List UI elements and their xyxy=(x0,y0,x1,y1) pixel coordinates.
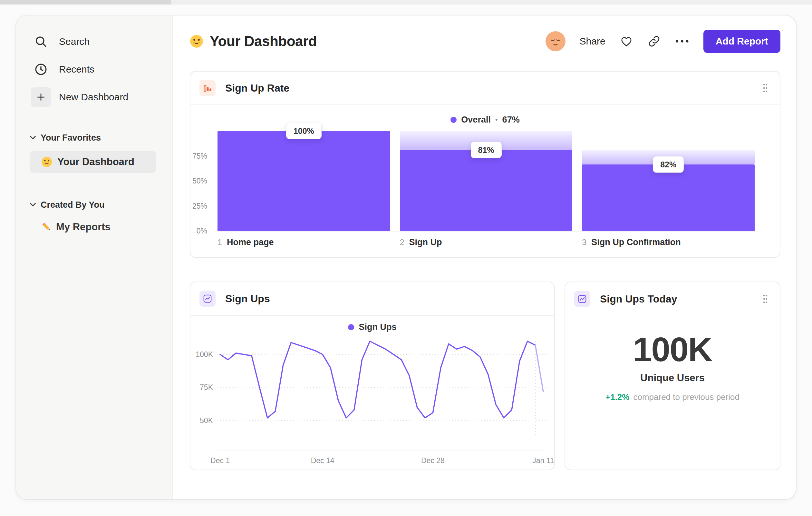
kpi-body: 100K Unique Users +1.2% compared to prev… xyxy=(565,316,780,402)
step-name: Sign Up xyxy=(409,237,442,247)
drag-handle-icon[interactable] xyxy=(760,292,770,306)
section-title: Your Favorites xyxy=(40,133,101,143)
cards-row: Sign Ups Sign Ups 100K75K50K Dec 1Dec 14… xyxy=(190,281,780,470)
sidebar-item-label: Recents xyxy=(59,64,94,75)
created-section-header[interactable]: Created By You xyxy=(16,196,172,214)
funnel-chart: 75% 50% 25% 0% 100% 81% xyxy=(191,127,780,231)
x-axis-tick-label: Dec 28 xyxy=(421,456,445,465)
sidebar-item-your-dashboard[interactable]: Your Dashboard xyxy=(30,151,156,173)
sidebar: Search Recents New Dashboard Your Favori xyxy=(16,16,173,499)
funnel-bar-sign-up[interactable]: 81% xyxy=(400,131,573,231)
favorite-heart-icon[interactable] xyxy=(620,35,633,48)
kpi-label: Unique Users xyxy=(640,372,705,384)
y-axis-tick-label: 50% xyxy=(192,177,207,185)
funnel-value-badge: 100% xyxy=(286,123,322,139)
step-number: 1 xyxy=(218,238,222,247)
y-axis-tick-label: 25% xyxy=(192,201,207,210)
sign-ups-line-chart xyxy=(218,336,546,451)
legend-separator: • xyxy=(495,115,498,124)
kpi-delta-note: compared to previous period xyxy=(633,392,740,402)
sign-up-rate-card: Sign Up Rate Overall • 67% 75% 50% 25% 0… xyxy=(190,71,780,258)
legend-label: Sign Ups xyxy=(359,322,396,332)
x-axis-tick-label: Dec 1 xyxy=(210,456,230,465)
clock-icon xyxy=(31,59,51,79)
card-header: Sign Ups xyxy=(191,282,554,316)
line-legend: Sign Ups xyxy=(191,320,554,334)
funnel-bar-fill xyxy=(582,164,755,231)
sidebar-item-label: Your Dashboard xyxy=(57,156,134,168)
sidebar-item-search[interactable]: Search xyxy=(16,28,172,55)
step-name: Sign Up Confirmation xyxy=(591,237,680,247)
search-icon xyxy=(31,32,51,52)
sidebar-item-recents[interactable]: Recents xyxy=(16,55,172,83)
sign-ups-card: Sign Ups Sign Ups 100K75K50K Dec 1Dec 14… xyxy=(190,281,555,470)
dashboard-header: Your Dashboard Share xyxy=(190,27,780,55)
y-axis-tick-label: 0% xyxy=(197,227,207,236)
kpi-value: 100K xyxy=(633,331,712,368)
funnel-bar-home-page[interactable]: 100% xyxy=(218,131,390,231)
sign-ups-today-card: Sign Ups Today 100K Unique Users +1.2% c… xyxy=(564,281,780,470)
smiley-emoji-icon xyxy=(190,34,203,48)
plus-icon xyxy=(31,87,51,107)
funnel-legend: Overall • 67% xyxy=(191,113,780,127)
y-axis-tick-label: 75K xyxy=(195,383,213,392)
funnel-value-badge: 82% xyxy=(653,156,684,173)
kpi-delta-row: +1.2% compared to previous period xyxy=(605,392,740,402)
copy-link-icon[interactable] xyxy=(647,34,661,48)
sidebar-item-label: Search xyxy=(59,36,90,47)
y-axis-tick-label: 100K xyxy=(195,350,213,359)
screen-edge-strip-dark xyxy=(0,0,171,4)
x-axis-tick-label: Jan 11 xyxy=(532,456,554,465)
legend-label: Overall xyxy=(461,115,491,125)
sidebar-item-label: My Reports xyxy=(56,221,111,233)
sidebar-item-my-reports[interactable]: My Reports xyxy=(16,217,172,237)
y-axis-tick-label: 50K xyxy=(195,416,213,425)
pencil-icon xyxy=(41,222,52,233)
card-header: Sign Up Rate xyxy=(191,72,780,105)
funnel-value-badge: 81% xyxy=(470,142,501,158)
more-options-icon[interactable] xyxy=(675,39,689,43)
page-title: Your Dashboard xyxy=(210,33,317,49)
card-header: Sign Ups Today xyxy=(565,282,780,316)
legend-dot xyxy=(348,324,354,330)
collaborator-avatar[interactable] xyxy=(546,31,566,51)
line-chart-icon xyxy=(199,291,215,307)
app-window: Search Recents New Dashboard Your Favori xyxy=(16,15,796,500)
metric-chart-icon xyxy=(574,291,590,307)
funnel-bars: 100% 81% 82% xyxy=(218,131,755,231)
main-content: Your Dashboard Share xyxy=(173,16,796,499)
card-title: Sign Ups xyxy=(225,293,545,305)
funnel-bar-sign-up-confirmation[interactable]: 82% xyxy=(582,131,755,231)
sidebar-item-label: New Dashboard xyxy=(59,91,128,103)
step-number: 3 xyxy=(582,238,586,247)
x-axis-tick-label: Dec 14 xyxy=(311,456,335,465)
kpi-delta: +1.2% xyxy=(605,392,629,402)
step-name: Home page xyxy=(227,237,274,247)
favorites-section-header[interactable]: Your Favorites xyxy=(16,129,172,146)
card-title: Sign Up Rate xyxy=(225,82,760,94)
legend-value: 67% xyxy=(502,115,520,125)
chevron-down-icon xyxy=(30,202,36,207)
line-x-axis: Dec 1Dec 14Dec 28Jan 11 xyxy=(218,451,546,469)
y-axis-tick-label: 75% xyxy=(192,152,207,160)
funnel-step-labels: 1 Home page 2 Sign Up 3 Sign Up Confirma… xyxy=(218,231,755,257)
add-report-button[interactable]: Add Report xyxy=(703,30,780,53)
funnel-bar-fill xyxy=(400,150,573,231)
drag-handle-icon[interactable] xyxy=(760,81,770,95)
funnel-bar-fill xyxy=(218,131,390,231)
funnel-step-label: 2 Sign Up xyxy=(400,237,573,247)
line-plot: 100K75K50K xyxy=(195,336,546,451)
card-title: Sign Ups Today xyxy=(600,293,760,305)
chevron-down-icon xyxy=(30,135,36,140)
funnel-step-label: 3 Sign Up Confirmation xyxy=(582,237,755,247)
funnel-y-axis: 75% 50% 25% 0% xyxy=(191,131,212,231)
share-button[interactable]: Share xyxy=(580,36,605,47)
legend-dot xyxy=(451,117,457,123)
smiley-emoji-icon xyxy=(41,156,52,167)
funnel-chart-icon xyxy=(199,80,215,96)
sidebar-item-new-dashboard[interactable]: New Dashboard xyxy=(16,83,172,111)
step-number: 2 xyxy=(400,238,404,247)
section-title: Created By You xyxy=(40,200,105,210)
funnel-step-label: 1 Home page xyxy=(218,237,390,247)
